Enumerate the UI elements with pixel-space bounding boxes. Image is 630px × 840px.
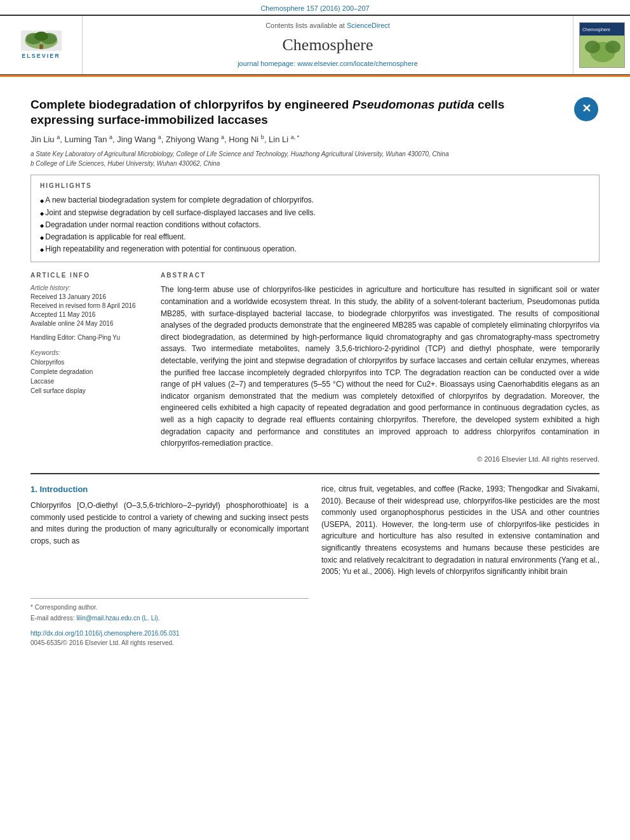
- highlights-heading: HIGHLIGHTS: [40, 182, 590, 190]
- abstract-col: ABSTRACT The long-term abuse use of chlo…: [161, 271, 600, 464]
- highlight-item: Degradation is applicable for real efflu…: [40, 231, 590, 243]
- accepted-date: Accepted 11 May 2016: [30, 310, 148, 319]
- elsevier-tree-icon: [19, 30, 64, 51]
- received-date: Received 13 January 2016: [30, 293, 148, 302]
- highlight-item: High repeatability and regeneration with…: [40, 243, 590, 255]
- svg-text:Chemosphere: Chemosphere: [582, 27, 610, 32]
- article-title-section: Complete biodegradation of chlorpyrifos …: [30, 97, 600, 128]
- keywords-label: Keywords:: [30, 349, 148, 357]
- elsevier-logo-area: ELSEVIER: [0, 16, 83, 74]
- article-info-heading: ARTICLE INFO: [30, 271, 148, 280]
- journal-title-area: Contents lists available at ScienceDirec…: [83, 16, 573, 74]
- intro-left-text: Chlorpyrifos [O,O-diethyl (O–3,5,6-trich…: [30, 500, 309, 547]
- highlights-section: HIGHLIGHTS A new bacterial biodegradatio…: [30, 175, 600, 262]
- highlights-list: A new bacterial biodegradation system fo…: [40, 194, 590, 255]
- article-title: Complete biodegradation of chlorpyrifos …: [30, 97, 574, 128]
- elsevier-text: ELSEVIER: [22, 52, 60, 60]
- highlight-item: A new bacterial biodegradation system fo…: [40, 194, 590, 206]
- authors-line: Jin Liu a, Luming Tan a, Jing Wang a, Zh…: [30, 133, 600, 146]
- affiliation-a: a State Key Laboratory of Agricultural M…: [30, 149, 600, 159]
- keyword-2: Complete degradation: [30, 367, 148, 377]
- crossmark-icon: ✕: [574, 97, 598, 121]
- svg-point-11: [585, 41, 600, 53]
- highlight-item: Degradation under normal reaction condit…: [40, 219, 590, 231]
- article-info-abstract: ARTICLE INFO Article history: Received 1…: [30, 271, 600, 464]
- page: Chemosphere 157 (2016) 200–207 ELSEVIER: [0, 0, 630, 840]
- keyword-4: Cell surface display: [30, 386, 148, 396]
- body-right-col: rice, citrus fruit, vegetables, and coff…: [321, 483, 600, 648]
- keyword-1: Chlorpyrifos: [30, 357, 148, 367]
- issn-line: 0045-6535/© 2016 Elsevier Ltd. All right…: [30, 638, 309, 648]
- crossmark-badge[interactable]: ✕: [574, 97, 600, 123]
- sciencedirect-link[interactable]: ScienceDirect: [347, 22, 390, 29]
- journal-name: Chemosphere: [283, 34, 373, 57]
- intro-right-text: rice, citrus fruit, vegetables, and coff…: [321, 483, 600, 578]
- affiliations: a State Key Laboratory of Agricultural M…: [30, 149, 600, 168]
- email-link[interactable]: lilin@mail.hzau.edu.cn (L. Li).: [76, 615, 159, 622]
- available-date: Available online 24 May 2016: [30, 319, 148, 328]
- received-revised: Received in revised form 8 April 2016: [30, 302, 148, 310]
- article-info-col: ARTICLE INFO Article history: Received 1…: [30, 271, 148, 464]
- svg-point-4: [34, 32, 48, 41]
- email-line: E-mail address: lilin@mail.hzau.edu.cn (…: [30, 613, 309, 623]
- keywords-section: Keywords: Chlorpyrifos Complete degradat…: [30, 349, 148, 396]
- keyword-3: Laccase: [30, 377, 148, 386]
- body-left-col: 1. Introduction Chlorpyrifos [O,O-diethy…: [30, 483, 309, 648]
- affiliation-b: b College of Life Sciences, Hubei Univer…: [30, 159, 600, 168]
- copyright-line: © 2016 Elsevier Ltd. All rights reserved…: [161, 455, 600, 464]
- body-section: 1. Introduction Chlorpyrifos [O,O-diethy…: [30, 483, 600, 648]
- homepage-link[interactable]: journal homepage: www.elsevier.com/locat…: [238, 59, 418, 69]
- sciencedirect-line: Contents lists available at ScienceDirec…: [265, 21, 390, 30]
- intro-title: 1. Introduction: [30, 483, 309, 496]
- journal-citation: Chemosphere 157 (2016) 200–207: [0, 0, 630, 15]
- svg-rect-5: [39, 44, 43, 49]
- abstract-heading: ABSTRACT: [161, 271, 600, 280]
- section-divider: [30, 473, 600, 474]
- citation-text: Chemosphere 157 (2016) 200–207: [260, 4, 369, 12]
- doi-link[interactable]: http://dx.doi.org/10.1016/j.chemosphere.…: [30, 629, 309, 639]
- highlight-item: Joint and stepwise degradation by cell s…: [40, 207, 590, 219]
- abstract-text: The long-term abuse use of chlorpyrifos-…: [161, 284, 600, 449]
- journal-cover-image: Chemosphere: [579, 22, 625, 68]
- corresponding-author-note: * Corresponding author.: [30, 603, 309, 613]
- main-content: Complete biodegradation of chlorpyrifos …: [0, 77, 630, 658]
- svg-point-12: [605, 41, 620, 53]
- history-label: Article history:: [30, 284, 148, 293]
- journal-header: ELSEVIER Contents lists available at Sci…: [0, 15, 630, 74]
- handling-editor: Handling Editor: Chang-Ping Yu: [30, 333, 148, 342]
- journal-cover-area: Chemosphere: [573, 16, 630, 74]
